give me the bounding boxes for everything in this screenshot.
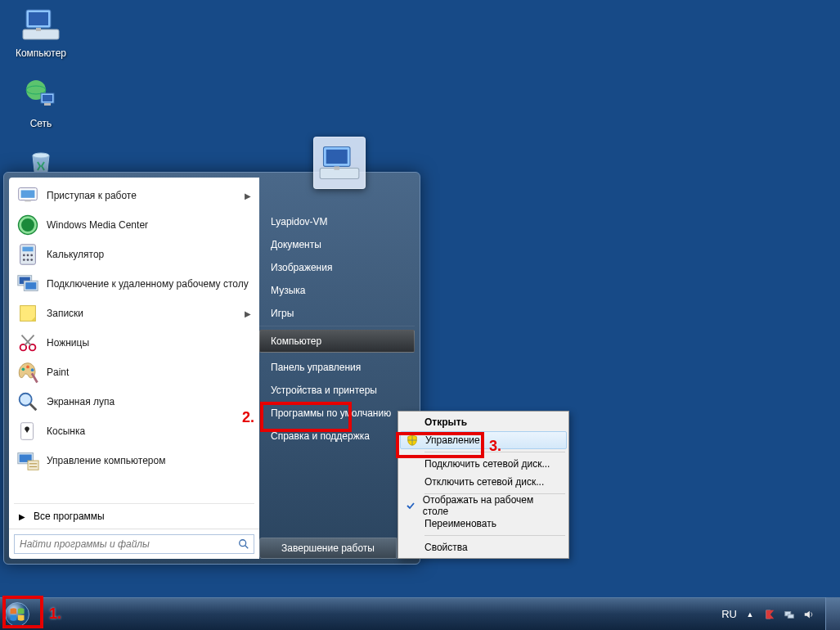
program-item-getting-started[interactable]: Приступая к работе ▶ [9, 181, 259, 210]
svg-rect-7 [43, 95, 52, 101]
all-programs-button[interactable]: ▶ Все программы [9, 504, 259, 529]
solitaire-icon [16, 419, 40, 443]
start-button[interactable] [0, 598, 34, 631]
computer-icon [21, 5, 61, 44]
program-label: Калькулятор [47, 249, 253, 260]
right-item-computer[interactable]: Компьютер [259, 330, 415, 353]
svg-point-33 [31, 368, 34, 371]
svg-rect-40 [28, 461, 38, 470]
right-item-music[interactable]: Музыка [259, 279, 415, 302]
program-item-rdp[interactable]: Подключение к удаленному рабочему столу [9, 269, 259, 299]
snipping-tool-icon [16, 331, 40, 355]
program-item-notes[interactable]: Записки ▶ [9, 299, 259, 328]
program-item-paint[interactable]: Paint [9, 358, 259, 387]
svg-point-31 [22, 367, 25, 371]
right-item-label: Панель управления [271, 362, 361, 373]
check-icon [400, 497, 421, 515]
svg-point-43 [240, 540, 246, 547]
right-item-devices[interactable]: Устройства и принтеры [259, 379, 415, 402]
ctx-label: Свойства [424, 542, 468, 553]
ctx-icon-none [400, 413, 423, 431]
program-item-computer-management[interactable]: Управление компьютером [9, 446, 259, 475]
svg-rect-25 [25, 282, 36, 289]
right-item-games[interactable]: Игры [259, 302, 415, 326]
right-item-documents[interactable]: Документы [259, 233, 415, 256]
search-box[interactable] [14, 534, 254, 554]
program-item-wmc[interactable]: Windows Media Center [9, 210, 259, 240]
system-tray: RU ▲ [721, 608, 815, 621]
svg-point-49 [6, 602, 29, 626]
right-item-label: Устройства и принтеры [271, 385, 377, 396]
program-label: Управление компьютером [47, 455, 253, 466]
svg-rect-48 [335, 166, 340, 169]
desktop-icon-label: Сеть [8, 118, 74, 129]
ctx-label: Отображать на рабочем столе [423, 494, 550, 517]
shutdown-button[interactable]: Завершение работы [259, 538, 397, 559]
context-menu: Открыть Управление Подключить сетевой ди… [398, 411, 569, 559]
paint-icon [16, 360, 40, 385]
chevron-right-icon: ▶ [245, 191, 253, 200]
program-label: Windows Media Center [47, 219, 253, 231]
right-item-label: Музыка [271, 285, 305, 296]
all-programs-label: Все программы [34, 511, 105, 522]
ctx-item-open[interactable]: Открыть [400, 413, 567, 431]
program-item-solitaire[interactable]: Косынка [9, 416, 259, 446]
network-icon [21, 75, 61, 115]
search-icon [234, 538, 254, 550]
right-item-pictures[interactable]: Изображения [259, 256, 415, 279]
desktop-icon-computer[interactable]: Компьютер [8, 5, 74, 59]
program-item-scissors[interactable]: Ножницы [9, 328, 259, 358]
start-menu-program-list: Приступая к работе ▶ Windows Media Cente… [9, 178, 259, 503]
getting-started-icon [16, 183, 40, 208]
ctx-item-rename[interactable]: Переименовать [400, 515, 567, 533]
svg-rect-46 [326, 150, 348, 164]
tray-arrow-icon[interactable]: ▲ [743, 608, 757, 621]
sticky-notes-icon [16, 301, 40, 326]
program-label: Подключение к удаленному рабочему столу [47, 278, 253, 290]
ctx-icon-none [400, 473, 423, 491]
ctx-label: Переименовать [424, 518, 496, 529]
ctx-item-disconnect-drive[interactable]: Отключить сетевой диск... [400, 473, 567, 491]
right-item-user[interactable]: Lyapidov-VM [259, 210, 415, 233]
svg-line-36 [30, 404, 37, 411]
network-tray-icon[interactable] [783, 608, 796, 621]
desktop-icon-label: Компьютер [8, 47, 74, 59]
ctx-item-manage[interactable]: Управление [400, 431, 567, 449]
right-item-help[interactable]: Справка и поддержка [259, 425, 415, 448]
start-menu-left-pane: Приступая к работе ▶ Windows Media Cente… [9, 178, 259, 559]
svg-point-20 [27, 259, 29, 261]
program-item-calculator[interactable]: Калькулятор [9, 240, 259, 269]
svg-rect-11 [21, 190, 35, 197]
program-label: Записки [47, 308, 245, 319]
ctx-icon-none [400, 455, 423, 473]
ctx-item-show-on-desktop[interactable]: Отображать на рабочем столе [400, 497, 567, 515]
taskbar[interactable]: RU ▲ [0, 597, 840, 630]
right-item-default-programs[interactable]: Программы по умолчанию [259, 402, 415, 425]
ctx-separator [424, 452, 565, 452]
start-menu: Приступая к работе ▶ Windows Media Cente… [3, 172, 420, 565]
svg-rect-3 [36, 28, 41, 31]
svg-point-17 [27, 254, 29, 257]
volume-tray-icon[interactable] [802, 608, 815, 621]
right-item-label: Lyapidov-VM [271, 216, 328, 227]
right-item-label: Игры [271, 308, 294, 319]
right-item-control-panel[interactable]: Панель управления [259, 356, 415, 379]
language-indicator[interactable]: RU [721, 608, 737, 620]
program-item-magnifier[interactable]: Экранная лупа [9, 387, 259, 416]
right-item-label: Документы [271, 239, 321, 250]
search-input[interactable] [15, 538, 234, 550]
action-center-icon[interactable] [763, 608, 776, 621]
ctx-item-map-drive[interactable]: Подключить сетевой диск... [400, 455, 567, 473]
ctx-item-properties[interactable]: Свойства [400, 538, 567, 556]
desktop[interactable]: Компьютер Сеть Корзина Приступая к работ… [0, 0, 840, 597]
svg-rect-15 [22, 247, 33, 252]
user-picture[interactable] [313, 137, 366, 189]
desktop-icon-network[interactable]: Сеть [8, 75, 74, 129]
svg-point-16 [23, 254, 25, 257]
chevron-right-icon: ▶ [19, 512, 25, 521]
svg-rect-12 [25, 200, 31, 202]
show-desktop-button[interactable] [825, 597, 840, 630]
calculator-icon [16, 242, 40, 267]
program-label: Paint [47, 367, 253, 378]
svg-line-44 [245, 546, 249, 549]
